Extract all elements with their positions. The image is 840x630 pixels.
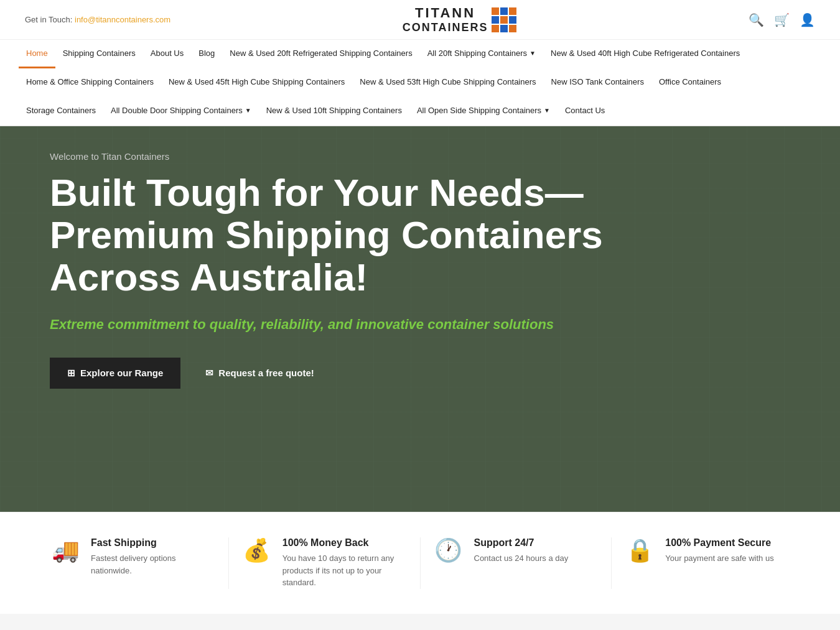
nav-label-home: Home <box>26 49 48 58</box>
nav-row-3: Storage ContainersAll Double Door Shippi… <box>0 97 840 126</box>
support-247-description: Contact us 24 hours a day <box>474 552 569 565</box>
feature-fast-shipping: 🚚Fast ShippingFastest delivery options n… <box>37 537 229 589</box>
nav-label-shipping-containers: Shipping Containers <box>63 49 136 58</box>
navigation: HomeShipping ContainersAbout UsBlogNew &… <box>0 40 840 126</box>
nav-item-new-used-45ft[interactable]: New & Used 45ft High Cube Shipping Conta… <box>161 68 352 97</box>
nav-item-office-containers[interactable]: Office Containers <box>651 68 729 97</box>
nav-label-new-used-53ft: New & Used 53ft High Cube Shipping Conta… <box>360 77 536 86</box>
quote-label: Request a free quote! <box>218 368 314 378</box>
fast-shipping-title: Fast Shipping <box>91 537 216 549</box>
nav-label-all-20ft: All 20ft Shipping Containers <box>427 49 527 58</box>
top-bar: Get in Touch: info@titanncontainers.com … <box>0 0 840 40</box>
nav-item-all-open-side[interactable]: All Open Side Shipping Containers▼ <box>409 97 558 126</box>
bottom-space <box>0 614 840 631</box>
nav-row-2: Home & Office Shipping ContainersNew & U… <box>0 68 840 97</box>
contact-email[interactable]: info@titanncontainers.com <box>75 15 170 24</box>
grid-icon: ⊞ <box>67 368 75 379</box>
feature-money-back: 💰100% Money BackYou have 10 days to retu… <box>229 537 421 589</box>
logo-line2: CONTAINERS <box>403 21 488 34</box>
quote-button[interactable]: ✉ Request a free quote! <box>193 358 326 389</box>
money-back-description: You have 10 days to return any products … <box>282 552 408 589</box>
logo-grid <box>492 7 516 32</box>
nav-label-new-used-45ft: New & Used 45ft High Cube Shipping Conta… <box>169 77 345 86</box>
feature-payment-secure: 🔒100% Payment SecureYour payment are saf… <box>612 537 803 589</box>
envelope-icon: ✉ <box>205 368 213 379</box>
fast-shipping-icon: 🚚 <box>50 537 81 563</box>
hero-welcome: Welcome to Titan Containers <box>50 151 610 162</box>
nav-item-about-us[interactable]: About Us <box>143 40 191 68</box>
logo-text: TITANN CONTAINERS <box>403 5 488 34</box>
nav-label-home-office: Home & Office Shipping Containers <box>26 77 154 86</box>
header-icons: 🔍 🛒 👤 <box>749 12 815 27</box>
nav-label-all-double-door: All Double Door Shipping Containers <box>111 106 243 115</box>
features-bar: 🚚Fast ShippingFastest delivery options n… <box>0 512 840 614</box>
nav-label-new-used-20ft-refrig: New & Used 20ft Refrigerated Shipping Co… <box>230 49 412 58</box>
logo[interactable]: TITANN CONTAINERS <box>403 5 517 34</box>
nav-item-new-used-40ft-hc-refrig[interactable]: New & Used 40ft High Cube Refrigerated C… <box>543 40 747 68</box>
nav-item-storage-containers[interactable]: Storage Containers <box>19 97 103 126</box>
nav-item-new-used-10ft[interactable]: New & Used 10ft Shipping Containers <box>259 97 409 126</box>
nav-row-1: HomeShipping ContainersAbout UsBlogNew &… <box>0 40 840 68</box>
nav-label-new-iso-tank: New ISO Tank Containers <box>551 77 644 86</box>
user-icon[interactable]: 👤 <box>800 12 815 27</box>
chevron-down-icon: ▼ <box>245 107 251 114</box>
feature-support-247: 🕐Support 24/7Contact us 24 hours a day <box>421 537 612 589</box>
nav-label-new-used-10ft: New & Used 10ft Shipping Containers <box>266 106 402 115</box>
nav-item-blog[interactable]: Blog <box>191 40 222 68</box>
nav-label-office-containers: Office Containers <box>659 77 721 86</box>
cart-icon[interactable]: 🛒 <box>774 12 790 27</box>
nav-label-storage-containers: Storage Containers <box>26 106 96 115</box>
nav-label-about-us: About Us <box>151 49 184 58</box>
fast-shipping-description: Fastest delivery options nationwide. <box>91 552 216 577</box>
money-back-title: 100% Money Back <box>282 537 408 549</box>
payment-secure-title: 100% Payment Secure <box>665 537 773 549</box>
support-247-title: Support 24/7 <box>474 537 569 549</box>
money-back-icon: 💰 <box>241 537 273 563</box>
money-back-text: 100% Money BackYou have 10 days to retur… <box>282 537 408 589</box>
nav-item-new-iso-tank[interactable]: New ISO Tank Containers <box>544 68 651 97</box>
support-247-icon: 🕐 <box>433 537 464 563</box>
explore-button[interactable]: ⊞ Explore our Range <box>50 358 180 389</box>
nav-item-contact-us[interactable]: Contact Us <box>558 97 612 126</box>
nav-label-all-open-side: All Open Side Shipping Containers <box>417 106 541 115</box>
nav-label-blog: Blog <box>198 49 215 58</box>
nav-item-new-used-20ft-refrig[interactable]: New & Used 20ft Refrigerated Shipping Co… <box>222 40 419 68</box>
hero-title: Built Tough for Your Needs—Premium Shipp… <box>50 172 610 299</box>
nav-item-home[interactable]: Home <box>19 40 55 68</box>
nav-item-shipping-containers[interactable]: Shipping Containers <box>55 40 143 68</box>
logo-line1: TITANN <box>415 5 475 21</box>
payment-secure-text: 100% Payment SecureYour payment are safe… <box>665 537 773 565</box>
nav-item-all-20ft[interactable]: All 20ft Shipping Containers▼ <box>420 40 543 68</box>
chevron-down-icon: ▼ <box>544 107 550 114</box>
nav-label-new-used-40ft-hc-refrig: New & Used 40ft High Cube Refrigerated C… <box>551 49 740 58</box>
support-247-text: Support 24/7Contact us 24 hours a day <box>474 537 569 565</box>
hero-buttons: ⊞ Explore our Range ✉ Request a free quo… <box>50 358 610 389</box>
hero-section: Welcome to Titan Containers Built Tough … <box>0 126 840 512</box>
payment-secure-icon: 🔒 <box>624 537 655 563</box>
hero-content: Welcome to Titan Containers Built Tough … <box>50 151 610 389</box>
search-icon[interactable]: 🔍 <box>749 12 764 27</box>
contact-bar: Get in Touch: info@titanncontainers.com <box>25 15 170 24</box>
explore-label: Explore our Range <box>80 368 163 378</box>
nav-label-contact-us: Contact Us <box>565 106 605 115</box>
hero-subtitle: Extreme commitment to quality, reliabili… <box>50 317 610 333</box>
payment-secure-description: Your payment are safe with us <box>665 552 773 565</box>
contact-label: Get in Touch: <box>25 15 72 24</box>
nav-item-new-used-53ft[interactable]: New & Used 53ft High Cube Shipping Conta… <box>352 68 543 97</box>
chevron-down-icon: ▼ <box>530 50 536 57</box>
fast-shipping-text: Fast ShippingFastest delivery options na… <box>91 537 216 577</box>
nav-item-all-double-door[interactable]: All Double Door Shipping Containers▼ <box>103 97 259 126</box>
nav-item-home-office[interactable]: Home & Office Shipping Containers <box>19 68 161 97</box>
